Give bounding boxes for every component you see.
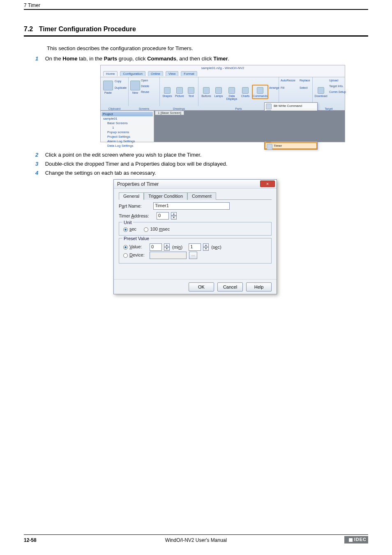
select-button[interactable]: Select [300,86,307,89]
new-label: New [132,91,138,94]
targetinfo-button[interactable]: Target Info. [329,85,344,88]
commsetup-button[interactable]: Comm.Setup [329,90,346,93]
group-parts: Buttons Lamps Data Displays Charts Comma… [198,77,279,106]
properties-dialog: Properties of Timer × General Trigger Co… [113,179,277,294]
spin-up-icon: ▲ [171,212,177,216]
autoresize-button[interactable]: AutoResize [281,79,295,82]
tab-format[interactable]: Format [181,71,197,76]
step-1-text: On the Home tab, in the Parts group, cli… [45,56,230,62]
preset-value-radio[interactable]: Value: [123,244,147,250]
preset-sec-spinner[interactable]: ▲▼ [203,243,209,251]
charts-button[interactable]: Charts [240,86,251,97]
dl1: evice: [133,252,145,257]
shapes-button[interactable]: Shapes [161,86,173,97]
part-name-field[interactable]: Timer1 [153,202,230,210]
data-button[interactable]: Data Displays [225,86,239,100]
preset-device-radio[interactable]: Device: [123,252,147,258]
project-root[interactable]: sample01 [101,116,153,121]
project-popup-screens[interactable]: Popup screens [101,130,153,134]
unit-legend: Unit [122,220,133,225]
timer-address-spinner[interactable]: ▲▼ [171,212,177,220]
download-button[interactable]: Download [314,86,328,97]
cancel-button[interactable]: Cancel [217,282,243,291]
idec-logo: IDEC [344,536,368,543]
timer-address-field[interactable]: 0 [157,212,169,220]
preset-sec-field[interactable]: 1 [189,243,201,251]
project-base-screens[interactable]: Base Screens [101,121,153,125]
tab-home[interactable]: Home [103,71,118,76]
reuse-button[interactable]: Reuse [141,90,149,93]
arrange-button[interactable]: Arrange [269,86,279,89]
um2: sec [163,227,170,231]
text-label: Text [189,95,194,97]
ok-button[interactable]: OK [189,282,214,291]
tab-general[interactable]: General [119,192,144,200]
step-3-text: Double-click the dropped Timer and a Pro… [45,161,228,167]
shapes-label: Shapes [162,95,172,97]
tab-trigger-condition[interactable]: Trigger Condition [144,192,187,200]
menu-bitwrite[interactable]: Bit Write Command [265,103,317,109]
spin-down-icon: ▼ [164,247,170,251]
step-1-commands: Commands [147,56,176,62]
open-button[interactable]: Open [141,79,148,82]
paste-button[interactable]: Paste [102,80,114,94]
group-clipboard: Paste Copy Duplicate Clipboard [101,77,129,106]
replace-button[interactable]: Replace [300,79,310,82]
unit-msec-radio[interactable]: 100 msec [144,227,170,231]
fill-button[interactable]: Fill [281,86,284,89]
sl0: (s [211,245,215,250]
tab-online[interactable]: Online [148,71,163,76]
dialog-body: General Trigger Condition Comment Part N… [114,189,277,269]
tab-comment[interactable]: Comment [187,192,216,200]
sl2: c) [217,245,221,250]
preset-min-field[interactable]: 0 [150,243,162,251]
menu-timer[interactable]: Timer [265,142,317,149]
commands-button[interactable]: Commands [252,85,268,99]
paste-label: Paste [104,91,112,94]
ribbon-screenshot: sample01.n2g - WindO/I-NV2 Home Configur… [100,65,345,142]
picture-button[interactable]: Picture [174,86,185,97]
project-settings[interactable]: Project Settings [101,134,153,139]
step-4-number: 4 [35,169,44,177]
timer-icon [267,144,272,150]
pv1: alue: [132,244,142,249]
step-2-text: Click a point on the edit screen where y… [45,152,202,158]
step-1-t0: On the [45,56,63,62]
project-base-1[interactable]: 1 [101,125,153,130]
lamps-button[interactable]: Lamps [213,86,224,97]
ml2: ) [181,245,182,250]
menu-timer-label: Timer [274,144,282,148]
delete-button[interactable]: Delete [141,85,149,88]
text-button[interactable]: Text [186,86,196,97]
tab-view[interactable]: View [166,71,178,76]
canvas-tab[interactable]: 1 [Base Screen] [155,111,184,115]
charts-label: Charts [241,95,250,97]
min-label: (min) [172,245,182,250]
intro-text: This section describes the configuration… [47,45,193,51]
close-button[interactable]: × [260,180,275,187]
step-1-t2: group, click [117,56,147,62]
step-3-number: 3 [35,160,44,168]
preset-min-spinner[interactable]: ▲▼ [164,243,170,251]
section-number: 7.2 [24,25,33,32]
group-target: Download Upload Target Info. Comm.Setup … [313,77,345,106]
project-data-log[interactable]: Data Log Settings [101,143,153,148]
lamps-label: Lamps [214,95,223,97]
duplicate-button[interactable]: Duplicate [115,86,127,89]
spin-down-icon: ▼ [171,216,177,220]
spin-up-icon: ▲ [203,243,209,247]
tab-configuration[interactable]: Configuration [120,71,145,76]
upload-button[interactable]: Upload [329,79,338,82]
copy-button[interactable]: Copy [115,80,121,83]
new-button[interactable]: New [130,80,140,94]
buttons-button[interactable]: Buttons [200,86,212,97]
group-drawings: Shapes Picture Text Drawings [160,77,198,106]
group-screens: New Open Delete Reuse Screens [129,77,160,106]
unit-sec-radio[interactable]: sec [123,227,136,231]
step-1: 1 On the Home tab, in the Parts group, c… [35,55,368,62]
section-title: Timer Configuration Procedure [39,25,136,32]
project-alarm-log[interactable]: Alarm Log Settings [101,139,153,143]
logo-square-icon [349,538,353,542]
help-button[interactable]: Help [246,282,272,291]
device-browse-button[interactable]: ... [189,252,197,259]
